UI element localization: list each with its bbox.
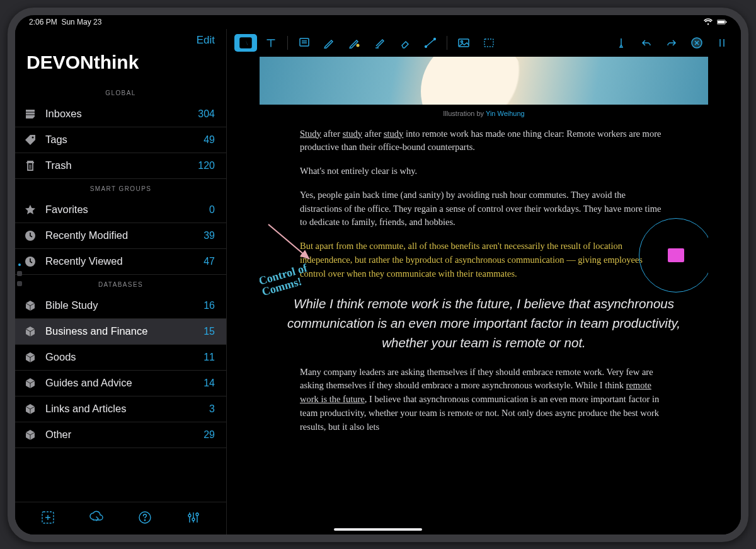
- sidebar-item-label: Guides and Advice: [45, 377, 195, 389]
- panel-handle[interactable]: [15, 253, 24, 297]
- svg-rect-2: [726, 21, 726, 23]
- sidebar-item-recently-viewed[interactable]: Recently Viewed47: [15, 249, 226, 275]
- sidebar-item-other[interactable]: Other29: [15, 422, 226, 448]
- database-icon: [24, 299, 37, 312]
- sidebar-item-count: 11: [203, 352, 215, 363]
- paragraph-3: Yes, people gain back time (and sanity) …: [300, 188, 668, 229]
- sidebar-item-count: 16: [203, 300, 215, 311]
- tool-line[interactable]: [419, 34, 442, 52]
- paragraph-4-highlighted: But apart from the commute, all of those…: [300, 240, 668, 280]
- home-indicator[interactable]: [334, 528, 422, 531]
- sync-button[interactable]: [85, 506, 108, 531]
- sidebar-item-label: Favorites: [45, 204, 200, 216]
- document-page: Illustration by Yin Weihung Study after …: [260, 57, 708, 522]
- sidebar-item-links-and-articles[interactable]: Links and Articles3: [15, 396, 226, 422]
- paragraph-2: What's not entirely clear is why.: [300, 165, 668, 178]
- sidebar-item-tags[interactable]: Tags49: [15, 127, 226, 153]
- tool-redo[interactable]: [660, 34, 683, 52]
- document-area[interactable]: Illustration by Yin Weihung Study after …: [227, 57, 741, 535]
- sidebar-item-count: 39: [203, 230, 215, 241]
- clock-icon: [24, 229, 37, 242]
- sidebar-item-count: 15: [203, 326, 215, 337]
- sidebar-item-label: Bible Study: [45, 299, 195, 311]
- sidebar-item-count: 3: [209, 403, 215, 415]
- sidebar: Edit DEVONthink GLOBAL Inboxes304Tags49T…: [15, 29, 227, 535]
- tool-stylus[interactable]: [610, 34, 633, 52]
- app-title: DEVONthink: [15, 49, 226, 83]
- tool-text-style[interactable]: A: [234, 34, 257, 52]
- tool-eraser[interactable]: [394, 34, 416, 52]
- trash-icon: [24, 159, 37, 172]
- sidebar-item-count: 49: [203, 134, 215, 146]
- sidebar-item-count: 120: [198, 160, 215, 171]
- pull-quote: While I think remote work is the future,…: [278, 294, 689, 352]
- tool-panel-toggle[interactable]: [711, 34, 733, 52]
- svg-point-8: [144, 519, 145, 520]
- new-item-button[interactable]: [37, 506, 59, 531]
- svg-point-16: [425, 45, 427, 47]
- svg-point-9: [188, 514, 191, 517]
- svg-point-15: [357, 43, 360, 47]
- sidebar-item-count: 304: [198, 108, 215, 120]
- hero-illustration: [260, 57, 708, 105]
- tool-marker[interactable]: [369, 34, 391, 52]
- section-header-global: GLOBAL: [15, 83, 226, 101]
- section-header-smart: SMART GROUPS: [15, 179, 226, 197]
- sidebar-item-label: Other: [45, 429, 195, 441]
- illustration-caption: Illustration by Yin Weihung: [260, 110, 708, 117]
- database-icon: [24, 403, 37, 415]
- sidebar-item-guides-and-advice[interactable]: Guides and Advice14: [15, 371, 226, 396]
- handwriting-annotation[interactable]: Control of Comms!: [260, 262, 312, 297]
- sidebar-item-label: Tags: [45, 134, 195, 146]
- star-icon: [24, 204, 37, 216]
- sidebar-item-label: Links and Articles: [45, 403, 200, 415]
- note-annotation[interactable]: [639, 218, 708, 292]
- sidebar-item-label: Recently Viewed: [45, 255, 195, 267]
- wifi-icon: [703, 18, 713, 26]
- tool-image[interactable]: [452, 34, 475, 52]
- sidebar-item-count: 0: [209, 204, 215, 216]
- illustrator-link[interactable]: Yin Weihung: [486, 110, 525, 117]
- svg-point-19: [461, 40, 463, 42]
- paragraph-5: Many company leaders are asking themselv…: [300, 366, 668, 434]
- sidebar-item-label: Business and Finance: [45, 325, 195, 337]
- section-header-databases: DATABASES: [15, 275, 226, 293]
- sidebar-item-bible-study[interactable]: Bible Study16: [15, 293, 226, 319]
- sidebar-item-goods[interactable]: Goods11: [15, 345, 226, 371]
- tool-close[interactable]: [685, 34, 708, 52]
- tool-select[interactable]: [478, 34, 500, 52]
- ipad-frame: 2:06 PM Sun May 23 Edit DEVONthink GLOBA…: [8, 8, 748, 542]
- inbox-icon: [24, 108, 37, 120]
- paragraph-1: Study after study after study into remot…: [300, 127, 668, 155]
- settings-button[interactable]: [182, 506, 205, 531]
- status-bar: 2:06 PM Sun May 23: [15, 15, 741, 29]
- sidebar-item-favorites[interactable]: Favorites0: [15, 197, 226, 223]
- sticky-note-icon: [668, 248, 684, 262]
- status-time-date: 2:06 PM Sun May 23: [29, 18, 101, 26]
- help-button[interactable]: [134, 506, 156, 531]
- tool-highlighter-yellow[interactable]: [343, 34, 366, 52]
- edit-button[interactable]: Edit: [197, 34, 215, 47]
- svg-rect-14: [300, 38, 309, 46]
- sidebar-item-inboxes[interactable]: Inboxes304: [15, 101, 226, 127]
- annotation-toolbar: A: [227, 29, 741, 57]
- tool-text[interactable]: [260, 34, 282, 52]
- svg-point-17: [434, 38, 436, 40]
- tool-pen[interactable]: [318, 34, 341, 52]
- sidebar-item-business-and-finance[interactable]: Business and Finance15: [15, 319, 226, 345]
- battery-icon: [717, 18, 727, 26]
- sidebar-item-label: Goods: [45, 351, 195, 363]
- sidebar-item-count: 29: [203, 429, 215, 441]
- svg-point-11: [196, 513, 198, 516]
- database-icon: [24, 429, 37, 441]
- sidebar-item-recently-modified[interactable]: Recently Modified39: [15, 223, 226, 249]
- sidebar-item-trash[interactable]: Trash120: [15, 153, 226, 179]
- tool-note[interactable]: [293, 34, 316, 52]
- sidebar-item-count: 47: [203, 256, 215, 267]
- svg-rect-1: [718, 20, 724, 23]
- database-icon: [24, 351, 37, 364]
- tool-undo[interactable]: [635, 34, 658, 52]
- sidebar-toolbar: [15, 502, 226, 535]
- svg-text:A: A: [243, 38, 249, 47]
- svg-point-10: [192, 518, 195, 521]
